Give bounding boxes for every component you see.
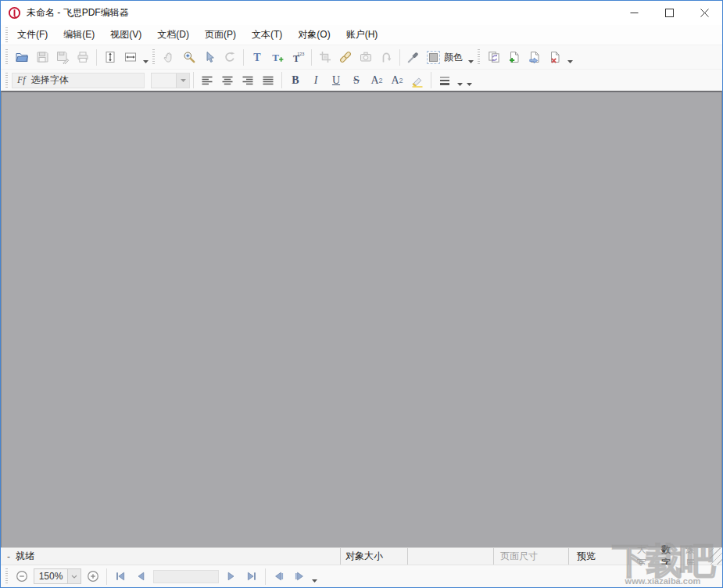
previous-page-button[interactable] [131, 567, 151, 586]
toolbar-grip[interactable] [5, 73, 8, 88]
separator [311, 49, 312, 66]
superscript-button[interactable]: A2 [367, 70, 387, 90]
zoom-in-icon [86, 569, 100, 583]
italic-button[interactable]: I [306, 70, 326, 90]
navigation-toolbar: 150% [1, 565, 722, 587]
subscript-icon: A [391, 75, 399, 86]
toolbar-grip[interactable] [5, 49, 8, 65]
subscript-button[interactable]: A2 [387, 70, 407, 90]
snapshot-button[interactable] [356, 48, 376, 67]
extract-page-button[interactable] [524, 48, 545, 67]
open-folder-icon [15, 50, 29, 64]
align-left-button[interactable] [197, 70, 217, 90]
eyedropper-button[interactable] [403, 48, 424, 67]
separator [243, 49, 244, 66]
bold-button[interactable]: B [285, 70, 306, 90]
text-numbering-icon: T 123 [291, 50, 305, 64]
next-page-button[interactable] [221, 567, 242, 586]
resize-grip[interactable] [710, 548, 722, 565]
previous-view-button[interactable] [269, 567, 289, 586]
rotate-icon [223, 50, 237, 64]
color-picker-button[interactable]: 颜色 [424, 48, 466, 67]
zoom-options-dropdown[interactable] [141, 48, 150, 67]
color-dropdown[interactable] [466, 48, 475, 67]
zoom-out-button[interactable] [12, 567, 32, 586]
first-page-button[interactable] [110, 567, 131, 586]
chevron-down-icon [71, 575, 77, 579]
next-view-button[interactable] [289, 567, 310, 586]
menu-edit[interactable]: 编辑(E) [58, 25, 100, 45]
replace-pages-button[interactable] [484, 48, 504, 67]
print-icon [76, 50, 90, 64]
fit-height-button[interactable] [100, 48, 120, 67]
hand-icon [162, 50, 176, 64]
previous-page-icon [134, 569, 148, 583]
zoom-level-combobox[interactable]: 150% [34, 568, 81, 584]
status-preview-cell[interactable]: 预览 [568, 548, 628, 565]
rotate-tool-button[interactable] [220, 48, 240, 67]
menu-text[interactable]: 文本(T) [246, 25, 288, 45]
last-page-button[interactable] [242, 567, 262, 586]
text-tool-button[interactable]: T [247, 48, 267, 67]
menu-account[interactable]: 账户(H) [341, 25, 384, 45]
toolbar-grip[interactable] [5, 568, 8, 584]
align-right-button[interactable] [238, 70, 258, 90]
save-as-button[interactable] [52, 48, 73, 67]
menubar-grip[interactable] [5, 27, 8, 43]
document-canvas[interactable] [1, 91, 722, 547]
eyedropper-icon [406, 50, 421, 64]
text-numbering-button[interactable]: T 123 [288, 48, 308, 67]
align-justify-button[interactable] [258, 70, 278, 90]
menu-file[interactable]: 文件(F) [12, 25, 53, 45]
svg-text:123: 123 [297, 52, 304, 56]
line-style-dropdown[interactable] [455, 70, 464, 90]
page-number-input[interactable] [153, 570, 219, 583]
zoom-tool-button[interactable] [179, 48, 199, 67]
underline-button[interactable]: U [326, 70, 346, 90]
text-tool-icon: T [250, 50, 264, 64]
save-button[interactable] [32, 48, 52, 67]
menu-view[interactable]: 视图(V) [105, 25, 147, 45]
fit-page-height-icon [103, 50, 117, 64]
font-glyph-icon: Ff [17, 74, 26, 86]
insert-page-button[interactable] [504, 48, 524, 67]
select-tool-button[interactable] [199, 48, 220, 67]
add-text-icon: T [270, 50, 285, 64]
open-button[interactable] [12, 48, 32, 67]
page-tools-dropdown[interactable] [565, 48, 574, 67]
zoom-level-dropdown[interactable] [68, 568, 81, 584]
format-toolbar-overflow[interactable] [464, 70, 474, 90]
navigation-toolbar-overflow[interactable] [310, 567, 319, 586]
link-tool-button[interactable] [335, 48, 356, 67]
print-button[interactable] [73, 48, 93, 67]
minimize-button[interactable] [617, 1, 652, 25]
highlight-button[interactable] [407, 70, 428, 90]
window-controls [617, 1, 722, 25]
align-center-button[interactable] [217, 70, 238, 90]
fit-width-button[interactable] [120, 48, 141, 67]
title-bar[interactable]: 未命名 - 飞思PDF编辑器 [1, 1, 722, 25]
add-text-button[interactable]: T [267, 48, 288, 67]
hand-tool-button[interactable] [159, 48, 179, 67]
line-style-button[interactable] [435, 70, 455, 90]
menu-object[interactable]: 对象(O) [292, 25, 335, 45]
toolbar-grip[interactable] [478, 49, 480, 65]
undo-path-button[interactable] [376, 48, 396, 67]
object-size-label: 对象大小 [345, 550, 383, 563]
strikethrough-button[interactable]: S [346, 70, 367, 90]
crop-tool-button[interactable] [315, 48, 335, 67]
delete-page-button[interactable] [545, 48, 565, 67]
close-button[interactable] [687, 1, 722, 25]
font-size-value [152, 74, 176, 88]
font-size-dropdown[interactable] [176, 74, 189, 88]
menu-document[interactable]: 文档(D) [152, 25, 195, 45]
link-chain-icon [338, 50, 353, 64]
toolbar-grip[interactable] [152, 49, 155, 65]
zoom-in-button[interactable] [83, 567, 103, 586]
status-bar: - 就绪 对象大小 页面尺寸 预览 大写 数字 滚屏 [1, 547, 722, 565]
maximize-button[interactable] [652, 1, 687, 25]
menu-page[interactable]: 页面(P) [199, 25, 242, 45]
font-select-combobox[interactable]: Ff 选择字体 [12, 73, 145, 88]
font-size-combobox[interactable] [151, 73, 190, 88]
zoom-level-value: 150% [34, 568, 68, 584]
